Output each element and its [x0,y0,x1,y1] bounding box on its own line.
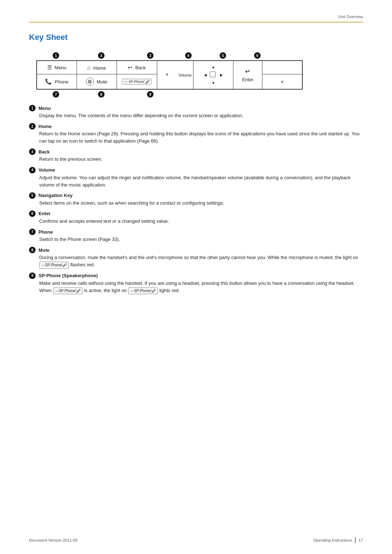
desc-label-6: 6 Enter [29,210,363,217]
bottom-number-row: 7 8 9 [36,90,303,98]
key-home-label: Home [93,65,106,71]
desc-item-7: 7 Phone Switch to the Phone screen (Page… [29,229,363,243]
desc-label-8: 8 Mute [29,247,363,253]
header-section-label: Unit Overview [29,15,363,22]
desc-badge-5: 5 [29,192,36,199]
keyboard-diagram: 1 2 3 4 5 6 ☰ [36,52,303,98]
descriptions-section: 1 Menu Display the menu. The contents of… [29,105,363,294]
desc-item-6: 6 Enter Confirms and accepts entered tex… [29,210,363,225]
desc-title-8: Mute [38,247,49,253]
key-mute-label: Mute [97,79,107,85]
page-footer: Document Version 2011-09 Operating Instr… [29,537,363,543]
desc-text-6: Confirms and accepts entered text or a c… [39,218,363,225]
desc-badge-1: 1 [29,105,36,111]
nav-left-icon: ◀ [202,71,209,79]
footer-instructions-label: Operating Instructions [313,538,352,542]
desc-item-1: 1 Menu Display the menu. The contents of… [29,105,363,119]
key-enter-label: Enter [242,77,253,82]
badge-3: 3 [147,52,154,59]
desc-text-7: Switch to the Phone screen (Page 33). [39,236,363,243]
key-spphone: ↔ SP-Phone/ 🎤 [117,74,157,90]
nav-down-icon: ▼ [210,79,217,87]
badge-4: 4 [185,52,192,59]
desc-title-2: Home [38,124,52,129]
desc-item-3: 3 Back Return to the previous screen. [29,148,363,163]
desc-title-1: Menu [38,106,51,111]
key-back-label: Back [135,65,146,70]
desc-badge-8: 8 [29,247,36,253]
desc-item-2: 2 Home Return to the Home screen (Page 2… [29,123,363,145]
spphone-inline-btn-1: ↔SP-Phone/🎤 [53,287,83,295]
footer-doc-version: Document Version 2011-09 [29,538,77,542]
desc-badge-7: 7 [29,229,36,235]
desc-title-7: Phone [38,229,53,235]
desc-badge-4: 4 [29,167,36,173]
mute-inline-btn-1: ↔SP-Phone/🎤 [39,262,69,269]
desc-label-4: 4 Volume [29,167,363,173]
badge-1: 1 [53,52,59,59]
key-table: ☰ Menu ⌂ Home ↩ Back ∧ [36,60,303,90]
desc-title-9: SP-Phone (Speakerphone) [38,273,98,278]
page-title: Key Sheet [29,33,363,42]
desc-label-7: 7 Phone [29,229,363,235]
desc-item-9: 9 SP-Phone (Speakerphone) Make and recei… [29,272,363,294]
desc-title-6: Enter [38,211,50,216]
key-navigation: ▲ ◀ ▶ ▼ [193,61,233,89]
nav-up-icon: ▲ [210,63,217,71]
key-enter: ↵ Enter [233,61,262,89]
spphone-inline-btn-2: ↔SP-Phone/🎤 [128,287,158,295]
footer-divider [355,537,356,543]
vol-bottom-arrow: ∨ [262,74,302,90]
desc-label-5: 5 Navigation Key [29,192,363,199]
desc-title-5: Navigation Key [38,193,73,198]
badge-2: 2 [98,52,105,59]
desc-label-3: 3 Back [29,148,363,155]
badge-6: 6 [254,52,261,59]
desc-title-3: Back [38,149,50,155]
desc-badge-9: 9 [29,272,36,279]
key-volume-label: Volume [177,61,193,89]
key-back: ↩ Back [117,61,157,74]
desc-text-1: Display the menu. The contents of the me… [39,112,363,119]
badge-8: 8 [98,91,105,98]
desc-badge-2: 2 [29,123,36,130]
desc-text-4: Adjust the volume. You can adjust the ri… [39,174,363,189]
nav-right-icon: ▶ [218,71,225,79]
desc-badge-3: 3 [29,148,36,155]
desc-item-5: 5 Navigation Key Select items on the scr… [29,192,363,207]
top-number-row: 1 2 3 4 5 6 [36,52,303,60]
desc-text-2: Return to the Home screen (Page 29). Pre… [39,130,363,145]
desc-title-4: Volume [38,167,55,173]
badge-9: 9 [147,91,154,98]
key-menu: ☰ Menu [37,61,77,74]
desc-label-9: 9 SP-Phone (Speakerphone) [29,272,363,279]
spphone-inline-icon: ↔ SP-Phone/ 🎤 [122,79,152,85]
key-phone-label: Phone [55,79,69,85]
desc-text-8: During a conversation, mute the handset'… [39,254,363,268]
desc-item-4: 4 Volume Adjust the volume. You can adju… [29,167,363,189]
desc-label-2: 2 Home [29,123,363,130]
key-phone: 📞 Phone [37,74,77,90]
desc-text-9: Make and receive calls without using the… [39,280,363,294]
key-menu-label: Menu [54,65,66,70]
footer-page-number: 17 [359,538,363,542]
key-home: ⌂ Home [77,61,117,74]
key-mute: ⊗ Mute [77,74,117,90]
desc-text-3: Return to the previous screen. [39,156,363,163]
desc-badge-6: 6 [29,210,36,217]
badge-5: 5 [220,52,226,59]
badge-7: 7 [53,91,59,98]
desc-item-8: 8 Mute During a conversation, mute the h… [29,247,363,268]
key-row-top: ☰ Menu ⌂ Home ↩ Back ∧ [37,61,302,74]
footer-right-section: Operating Instructions 17 [313,537,363,543]
desc-text-5: Select items on the screen, such as when… [39,200,363,207]
desc-label-1: 1 Menu [29,105,363,111]
key-volume: ∧ [157,61,177,89]
